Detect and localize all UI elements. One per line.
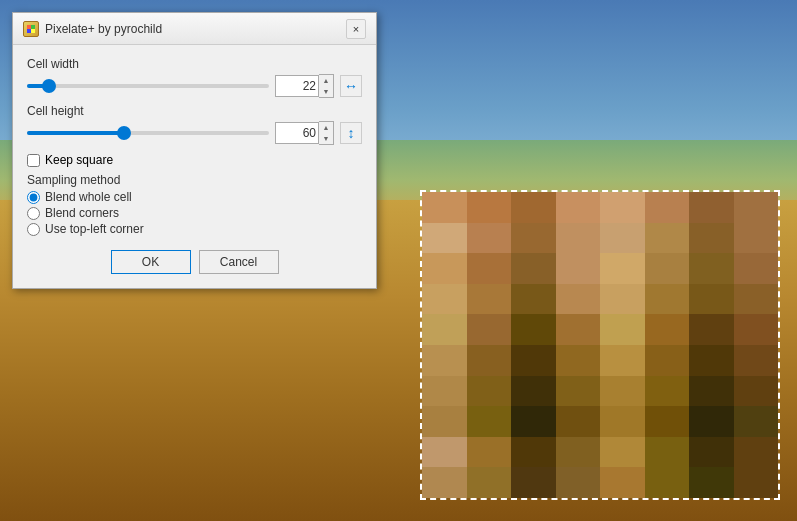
pixel-cell bbox=[556, 284, 601, 315]
pixel-cell bbox=[467, 314, 512, 345]
pixel-cell bbox=[689, 467, 734, 498]
height-spinner-buttons: ▲ ▼ bbox=[319, 121, 334, 145]
cell-width-row: ▲ ▼ ↔ bbox=[27, 74, 362, 98]
pixel-cell bbox=[734, 467, 779, 498]
pixel-cell bbox=[734, 253, 779, 284]
cell-width-up[interactable]: ▲ bbox=[319, 75, 333, 86]
pixel-cell bbox=[511, 437, 556, 468]
pixel-cell bbox=[511, 192, 556, 223]
blend-whole-cell-row: Blend whole cell bbox=[27, 190, 362, 204]
blend-whole-cell-radio[interactable] bbox=[27, 191, 40, 204]
blend-corners-row: Blend corners bbox=[27, 206, 362, 220]
keep-square-checkbox[interactable] bbox=[27, 154, 40, 167]
pixel-cell bbox=[556, 345, 601, 376]
dialog-title-left: Pixelate+ by pyrochild bbox=[23, 21, 162, 37]
pixel-cell bbox=[689, 376, 734, 407]
sampling-method-label: Sampling method bbox=[27, 173, 362, 187]
pixel-cell bbox=[422, 376, 467, 407]
spinner-buttons: ▲ ▼ bbox=[319, 74, 334, 98]
ok-button[interactable]: OK bbox=[111, 250, 191, 274]
pixel-cell bbox=[511, 223, 556, 254]
use-top-left-radio[interactable] bbox=[27, 223, 40, 236]
pixel-cell bbox=[422, 192, 467, 223]
pixel-cell bbox=[422, 314, 467, 345]
cell-height-slider[interactable] bbox=[27, 131, 269, 135]
pixel-cell bbox=[600, 192, 645, 223]
pixel-cell bbox=[600, 376, 645, 407]
cell-width-down[interactable]: ▼ bbox=[319, 86, 333, 97]
pixel-cell bbox=[467, 376, 512, 407]
dialog-footer: OK Cancel bbox=[27, 250, 362, 274]
cell-height-control: Cell height ▲ ▼ ↕ bbox=[27, 104, 362, 145]
pixel-cell bbox=[689, 406, 734, 437]
pixel-cell bbox=[600, 467, 645, 498]
blend-corners-radio[interactable] bbox=[27, 207, 40, 220]
pixel-cell bbox=[556, 376, 601, 407]
blend-corners-label[interactable]: Blend corners bbox=[45, 206, 119, 220]
cell-height-row: ▲ ▼ ↕ bbox=[27, 121, 362, 145]
cancel-button[interactable]: Cancel bbox=[199, 250, 279, 274]
pixel-cell bbox=[422, 284, 467, 315]
pixel-cell bbox=[511, 314, 556, 345]
pixel-cell bbox=[600, 314, 645, 345]
pixel-cell bbox=[689, 345, 734, 376]
pixel-grid bbox=[422, 192, 778, 498]
pixel-cell bbox=[511, 345, 556, 376]
pixelated-selection bbox=[420, 190, 780, 500]
pixel-cell bbox=[600, 253, 645, 284]
pixel-cell bbox=[511, 284, 556, 315]
pixel-cell bbox=[645, 467, 690, 498]
app-icon bbox=[23, 21, 39, 37]
pixel-cell bbox=[467, 437, 512, 468]
pixel-cell bbox=[689, 437, 734, 468]
pixel-cell bbox=[645, 192, 690, 223]
keep-square-label[interactable]: Keep square bbox=[45, 153, 113, 167]
pixel-cell bbox=[422, 253, 467, 284]
cell-height-input[interactable] bbox=[275, 122, 319, 144]
dialog-titlebar: Pixelate+ by pyrochild × bbox=[13, 13, 376, 45]
pixel-cell bbox=[734, 314, 779, 345]
pixel-cell bbox=[556, 192, 601, 223]
pixel-cell bbox=[689, 253, 734, 284]
cell-width-slider[interactable] bbox=[27, 84, 269, 88]
pixel-cell bbox=[422, 406, 467, 437]
cell-height-thumb[interactable] bbox=[117, 126, 131, 140]
pixel-cell bbox=[556, 314, 601, 345]
pixel-cell bbox=[467, 223, 512, 254]
pixel-cell bbox=[422, 345, 467, 376]
cell-width-control: Cell width ▲ ▼ ↔ bbox=[27, 57, 362, 98]
pixel-cell bbox=[556, 406, 601, 437]
pixel-cell bbox=[734, 406, 779, 437]
cell-height-down[interactable]: ▼ bbox=[319, 133, 333, 144]
cell-height-label: Cell height bbox=[27, 104, 362, 118]
cell-width-spinner: ▲ ▼ bbox=[275, 74, 334, 98]
cell-height-link-button[interactable]: ↕ bbox=[340, 122, 362, 144]
pixel-cell bbox=[600, 406, 645, 437]
icon-pixel-yellow bbox=[31, 29, 35, 33]
pixel-cell bbox=[600, 284, 645, 315]
pixel-cell bbox=[645, 406, 690, 437]
pixel-cell bbox=[600, 223, 645, 254]
pixel-cell bbox=[467, 253, 512, 284]
close-button[interactable]: × bbox=[346, 19, 366, 39]
pixel-cell bbox=[556, 253, 601, 284]
pixel-cell bbox=[645, 376, 690, 407]
pixel-cell bbox=[645, 345, 690, 376]
use-top-left-label[interactable]: Use top-left corner bbox=[45, 222, 144, 236]
pixel-cell bbox=[511, 253, 556, 284]
pixel-cell bbox=[511, 376, 556, 407]
cell-width-input[interactable] bbox=[275, 75, 319, 97]
cell-width-thumb[interactable] bbox=[42, 79, 56, 93]
pixel-cell bbox=[645, 437, 690, 468]
pixel-cell bbox=[734, 192, 779, 223]
blend-whole-cell-label[interactable]: Blend whole cell bbox=[45, 190, 132, 204]
cell-width-label: Cell width bbox=[27, 57, 362, 71]
pixel-cell bbox=[689, 223, 734, 254]
cell-height-up[interactable]: ▲ bbox=[319, 122, 333, 133]
cell-width-link-button[interactable]: ↔ bbox=[340, 75, 362, 97]
dialog: Pixelate+ by pyrochild × Cell width ▲ ▼ bbox=[12, 12, 377, 289]
pixel-cell bbox=[467, 467, 512, 498]
pixel-cell bbox=[689, 314, 734, 345]
pixel-cell bbox=[467, 345, 512, 376]
pixel-cell bbox=[556, 437, 601, 468]
